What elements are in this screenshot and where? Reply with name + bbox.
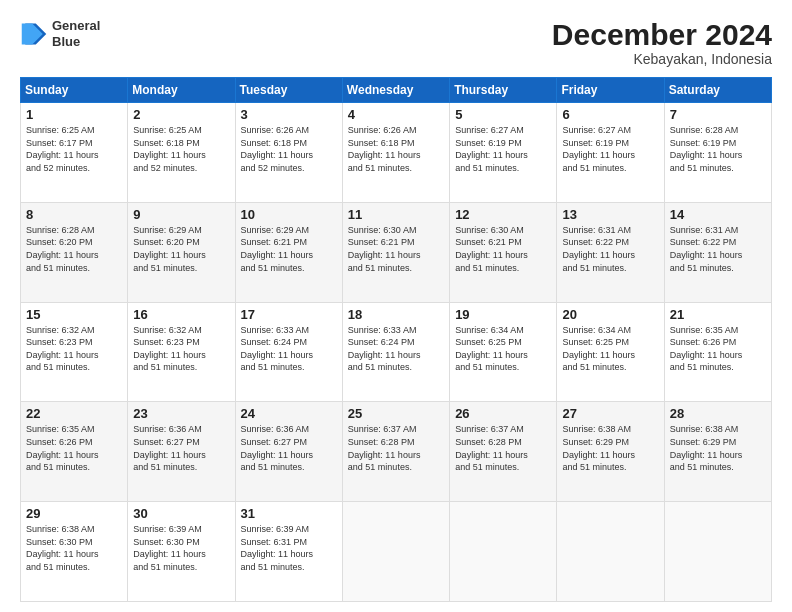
calendar-cell: 11Sunrise: 6:30 AM Sunset: 6:21 PM Dayli… bbox=[342, 202, 449, 302]
day-number: 8 bbox=[26, 207, 122, 222]
day-info: Sunrise: 6:32 AM Sunset: 6:23 PM Dayligh… bbox=[133, 324, 229, 374]
day-info: Sunrise: 6:27 AM Sunset: 6:19 PM Dayligh… bbox=[455, 124, 551, 174]
day-number: 16 bbox=[133, 307, 229, 322]
day-info: Sunrise: 6:30 AM Sunset: 6:21 PM Dayligh… bbox=[455, 224, 551, 274]
calendar-header-row: SundayMondayTuesdayWednesdayThursdayFrid… bbox=[21, 78, 772, 103]
header: General Blue December 2024 Kebayakan, In… bbox=[20, 18, 772, 67]
day-number: 12 bbox=[455, 207, 551, 222]
day-number: 15 bbox=[26, 307, 122, 322]
day-info: Sunrise: 6:37 AM Sunset: 6:28 PM Dayligh… bbox=[455, 423, 551, 473]
logo-icon bbox=[20, 20, 48, 48]
day-info: Sunrise: 6:26 AM Sunset: 6:18 PM Dayligh… bbox=[241, 124, 337, 174]
day-info: Sunrise: 6:29 AM Sunset: 6:20 PM Dayligh… bbox=[133, 224, 229, 274]
calendar-cell: 9Sunrise: 6:29 AM Sunset: 6:20 PM Daylig… bbox=[128, 202, 235, 302]
page: General Blue December 2024 Kebayakan, In… bbox=[0, 0, 792, 612]
calendar-cell: 16Sunrise: 6:32 AM Sunset: 6:23 PM Dayli… bbox=[128, 302, 235, 402]
day-number: 25 bbox=[348, 406, 444, 421]
day-info: Sunrise: 6:29 AM Sunset: 6:21 PM Dayligh… bbox=[241, 224, 337, 274]
day-number: 22 bbox=[26, 406, 122, 421]
calendar-day-header: Thursday bbox=[450, 78, 557, 103]
calendar-cell: 19Sunrise: 6:34 AM Sunset: 6:25 PM Dayli… bbox=[450, 302, 557, 402]
title-block: December 2024 Kebayakan, Indonesia bbox=[552, 18, 772, 67]
day-info: Sunrise: 6:30 AM Sunset: 6:21 PM Dayligh… bbox=[348, 224, 444, 274]
day-info: Sunrise: 6:39 AM Sunset: 6:30 PM Dayligh… bbox=[133, 523, 229, 573]
day-info: Sunrise: 6:36 AM Sunset: 6:27 PM Dayligh… bbox=[241, 423, 337, 473]
day-number: 30 bbox=[133, 506, 229, 521]
day-info: Sunrise: 6:26 AM Sunset: 6:18 PM Dayligh… bbox=[348, 124, 444, 174]
day-info: Sunrise: 6:31 AM Sunset: 6:22 PM Dayligh… bbox=[562, 224, 658, 274]
day-info: Sunrise: 6:38 AM Sunset: 6:29 PM Dayligh… bbox=[670, 423, 766, 473]
day-info: Sunrise: 6:31 AM Sunset: 6:22 PM Dayligh… bbox=[670, 224, 766, 274]
day-info: Sunrise: 6:35 AM Sunset: 6:26 PM Dayligh… bbox=[26, 423, 122, 473]
calendar-table: SundayMondayTuesdayWednesdayThursdayFrid… bbox=[20, 77, 772, 602]
day-info: Sunrise: 6:38 AM Sunset: 6:29 PM Dayligh… bbox=[562, 423, 658, 473]
calendar-cell bbox=[557, 502, 664, 602]
day-number: 27 bbox=[562, 406, 658, 421]
day-number: 4 bbox=[348, 107, 444, 122]
day-number: 24 bbox=[241, 406, 337, 421]
calendar-cell: 30Sunrise: 6:39 AM Sunset: 6:30 PM Dayli… bbox=[128, 502, 235, 602]
day-number: 2 bbox=[133, 107, 229, 122]
calendar-cell: 4Sunrise: 6:26 AM Sunset: 6:18 PM Daylig… bbox=[342, 103, 449, 203]
calendar-cell: 12Sunrise: 6:30 AM Sunset: 6:21 PM Dayli… bbox=[450, 202, 557, 302]
day-number: 28 bbox=[670, 406, 766, 421]
day-number: 10 bbox=[241, 207, 337, 222]
day-number: 23 bbox=[133, 406, 229, 421]
calendar-cell bbox=[342, 502, 449, 602]
day-info: Sunrise: 6:33 AM Sunset: 6:24 PM Dayligh… bbox=[241, 324, 337, 374]
calendar-day-header: Wednesday bbox=[342, 78, 449, 103]
day-info: Sunrise: 6:25 AM Sunset: 6:17 PM Dayligh… bbox=[26, 124, 122, 174]
day-number: 6 bbox=[562, 107, 658, 122]
subtitle: Kebayakan, Indonesia bbox=[552, 51, 772, 67]
calendar-day-header: Tuesday bbox=[235, 78, 342, 103]
calendar-cell: 18Sunrise: 6:33 AM Sunset: 6:24 PM Dayli… bbox=[342, 302, 449, 402]
day-number: 20 bbox=[562, 307, 658, 322]
day-info: Sunrise: 6:27 AM Sunset: 6:19 PM Dayligh… bbox=[562, 124, 658, 174]
calendar-day-header: Sunday bbox=[21, 78, 128, 103]
calendar-cell: 10Sunrise: 6:29 AM Sunset: 6:21 PM Dayli… bbox=[235, 202, 342, 302]
calendar-cell: 3Sunrise: 6:26 AM Sunset: 6:18 PM Daylig… bbox=[235, 103, 342, 203]
day-info: Sunrise: 6:33 AM Sunset: 6:24 PM Dayligh… bbox=[348, 324, 444, 374]
main-title: December 2024 bbox=[552, 18, 772, 51]
calendar-cell: 8Sunrise: 6:28 AM Sunset: 6:20 PM Daylig… bbox=[21, 202, 128, 302]
day-number: 9 bbox=[133, 207, 229, 222]
day-info: Sunrise: 6:32 AM Sunset: 6:23 PM Dayligh… bbox=[26, 324, 122, 374]
calendar-cell bbox=[450, 502, 557, 602]
calendar-week-row: 15Sunrise: 6:32 AM Sunset: 6:23 PM Dayli… bbox=[21, 302, 772, 402]
day-number: 21 bbox=[670, 307, 766, 322]
day-info: Sunrise: 6:35 AM Sunset: 6:26 PM Dayligh… bbox=[670, 324, 766, 374]
calendar-cell: 23Sunrise: 6:36 AM Sunset: 6:27 PM Dayli… bbox=[128, 402, 235, 502]
day-info: Sunrise: 6:28 AM Sunset: 6:19 PM Dayligh… bbox=[670, 124, 766, 174]
day-number: 5 bbox=[455, 107, 551, 122]
calendar-day-header: Friday bbox=[557, 78, 664, 103]
day-number: 18 bbox=[348, 307, 444, 322]
day-info: Sunrise: 6:39 AM Sunset: 6:31 PM Dayligh… bbox=[241, 523, 337, 573]
day-info: Sunrise: 6:34 AM Sunset: 6:25 PM Dayligh… bbox=[455, 324, 551, 374]
calendar-week-row: 1Sunrise: 6:25 AM Sunset: 6:17 PM Daylig… bbox=[21, 103, 772, 203]
day-number: 14 bbox=[670, 207, 766, 222]
calendar-cell: 26Sunrise: 6:37 AM Sunset: 6:28 PM Dayli… bbox=[450, 402, 557, 502]
calendar-cell: 28Sunrise: 6:38 AM Sunset: 6:29 PM Dayli… bbox=[664, 402, 771, 502]
calendar-cell: 1Sunrise: 6:25 AM Sunset: 6:17 PM Daylig… bbox=[21, 103, 128, 203]
day-number: 3 bbox=[241, 107, 337, 122]
calendar-cell: 20Sunrise: 6:34 AM Sunset: 6:25 PM Dayli… bbox=[557, 302, 664, 402]
calendar-cell: 29Sunrise: 6:38 AM Sunset: 6:30 PM Dayli… bbox=[21, 502, 128, 602]
day-number: 26 bbox=[455, 406, 551, 421]
calendar-day-header: Saturday bbox=[664, 78, 771, 103]
day-info: Sunrise: 6:37 AM Sunset: 6:28 PM Dayligh… bbox=[348, 423, 444, 473]
calendar-cell: 21Sunrise: 6:35 AM Sunset: 6:26 PM Dayli… bbox=[664, 302, 771, 402]
calendar-cell: 6Sunrise: 6:27 AM Sunset: 6:19 PM Daylig… bbox=[557, 103, 664, 203]
day-number: 13 bbox=[562, 207, 658, 222]
day-number: 19 bbox=[455, 307, 551, 322]
calendar-cell: 27Sunrise: 6:38 AM Sunset: 6:29 PM Dayli… bbox=[557, 402, 664, 502]
calendar-cell: 17Sunrise: 6:33 AM Sunset: 6:24 PM Dayli… bbox=[235, 302, 342, 402]
day-info: Sunrise: 6:34 AM Sunset: 6:25 PM Dayligh… bbox=[562, 324, 658, 374]
calendar-cell: 22Sunrise: 6:35 AM Sunset: 6:26 PM Dayli… bbox=[21, 402, 128, 502]
day-number: 29 bbox=[26, 506, 122, 521]
day-info: Sunrise: 6:28 AM Sunset: 6:20 PM Dayligh… bbox=[26, 224, 122, 274]
calendar-cell: 7Sunrise: 6:28 AM Sunset: 6:19 PM Daylig… bbox=[664, 103, 771, 203]
calendar-cell bbox=[664, 502, 771, 602]
day-number: 7 bbox=[670, 107, 766, 122]
logo: General Blue bbox=[20, 18, 100, 49]
calendar-cell: 31Sunrise: 6:39 AM Sunset: 6:31 PM Dayli… bbox=[235, 502, 342, 602]
